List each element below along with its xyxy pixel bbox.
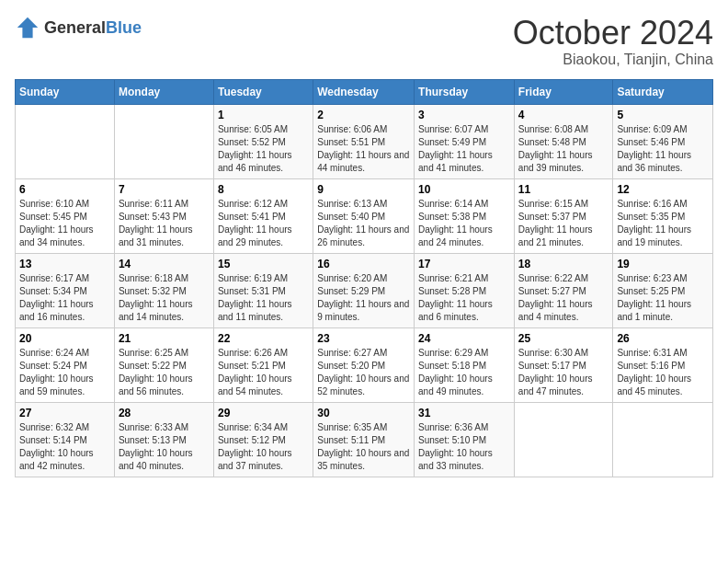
day-info: Sunrise: 6:14 AMSunset: 5:38 PMDaylight:… [418, 199, 493, 247]
calendar-cell: 16 Sunrise: 6:20 AMSunset: 5:29 PMDaylig… [313, 253, 415, 327]
day-info: Sunrise: 6:21 AMSunset: 5:28 PMDaylight:… [418, 273, 493, 322]
calendar-cell: 11 Sunrise: 6:15 AMSunset: 5:37 PMDaylig… [514, 178, 613, 253]
day-info: Sunrise: 6:11 AMSunset: 5:43 PMDaylight:… [119, 199, 193, 247]
day-info: Sunrise: 6:36 AMSunset: 5:10 PMDaylight:… [418, 422, 493, 471]
calendar-cell: 6 Sunrise: 6:10 AMSunset: 5:45 PMDayligh… [16, 178, 115, 253]
calendar-cell: 26 Sunrise: 6:31 AMSunset: 5:16 PMDaylig… [613, 327, 713, 402]
calendar-cell: 15 Sunrise: 6:19 AMSunset: 5:31 PMDaylig… [213, 253, 313, 327]
day-info: Sunrise: 6:30 AMSunset: 5:17 PMDaylight:… [518, 348, 593, 396]
day-info: Sunrise: 6:18 AMSunset: 5:32 PMDaylight:… [119, 273, 193, 322]
calendar-cell: 20 Sunrise: 6:24 AMSunset: 5:24 PMDaylig… [16, 327, 115, 402]
day-number: 26 [617, 332, 709, 345]
day-number: 10 [418, 183, 510, 196]
calendar-cell: 2 Sunrise: 6:06 AMSunset: 5:51 PMDayligh… [313, 104, 415, 178]
calendar-cell: 7 Sunrise: 6:11 AMSunset: 5:43 PMDayligh… [114, 178, 213, 253]
day-number: 15 [218, 258, 309, 270]
day-number: 24 [418, 332, 510, 345]
day-info: Sunrise: 6:26 AMSunset: 5:21 PMDaylight:… [218, 348, 292, 396]
calendar-cell: 3 Sunrise: 6:07 AMSunset: 5:49 PMDayligh… [415, 104, 515, 178]
day-number: 4 [518, 109, 609, 121]
calendar-cell: 9 Sunrise: 6:13 AMSunset: 5:40 PMDayligh… [313, 178, 415, 253]
day-number: 17 [418, 258, 510, 270]
day-number: 3 [418, 109, 510, 121]
calendar-cell: 17 Sunrise: 6:21 AMSunset: 5:28 PMDaylig… [415, 253, 515, 327]
calendar-cell: 19 Sunrise: 6:23 AMSunset: 5:25 PMDaylig… [613, 253, 713, 327]
day-info: Sunrise: 6:32 AMSunset: 5:14 PMDaylight:… [19, 422, 94, 471]
calendar-cell [514, 402, 613, 477]
day-info: Sunrise: 6:20 AMSunset: 5:29 PMDaylight:… [317, 273, 409, 322]
day-number: 23 [317, 332, 410, 345]
calendar-week-1: 1 Sunrise: 6:05 AMSunset: 5:52 PMDayligh… [16, 104, 713, 178]
logo: GeneralBlue [15, 15, 142, 40]
day-info: Sunrise: 6:27 AMSunset: 5:20 PMDaylight:… [317, 348, 409, 396]
calendar-cell [613, 402, 713, 477]
day-number: 2 [317, 109, 410, 121]
calendar-cell: 24 Sunrise: 6:29 AMSunset: 5:18 PMDaylig… [415, 327, 515, 402]
calendar-week-5: 27 Sunrise: 6:32 AMSunset: 5:14 PMDaylig… [16, 402, 713, 477]
day-header-monday: Monday [114, 79, 213, 104]
day-number: 13 [19, 258, 110, 270]
calendar-week-2: 6 Sunrise: 6:10 AMSunset: 5:45 PMDayligh… [16, 178, 713, 253]
day-number: 18 [518, 258, 609, 270]
calendar-cell: 23 Sunrise: 6:27 AMSunset: 5:20 PMDaylig… [313, 327, 415, 402]
calendar-cell: 22 Sunrise: 6:26 AMSunset: 5:21 PMDaylig… [213, 327, 313, 402]
day-info: Sunrise: 6:31 AMSunset: 5:16 PMDaylight:… [617, 348, 691, 396]
day-number: 27 [19, 407, 110, 419]
calendar-cell: 25 Sunrise: 6:30 AMSunset: 5:17 PMDaylig… [514, 327, 613, 402]
title-block: October 2024 Biaokou, Tianjin, China [513, 15, 713, 68]
calendar-cell: 30 Sunrise: 6:35 AMSunset: 5:11 PMDaylig… [313, 402, 415, 477]
day-number: 8 [218, 183, 309, 196]
day-header-wednesday: Wednesday [313, 79, 415, 104]
day-number: 19 [617, 258, 709, 270]
day-number: 21 [119, 332, 210, 345]
day-info: Sunrise: 6:33 AMSunset: 5:13 PMDaylight:… [119, 422, 193, 471]
day-number: 29 [218, 407, 309, 419]
day-number: 22 [218, 332, 309, 345]
day-info: Sunrise: 6:25 AMSunset: 5:22 PMDaylight:… [119, 348, 193, 396]
calendar-cell: 8 Sunrise: 6:12 AMSunset: 5:41 PMDayligh… [213, 178, 313, 253]
day-info: Sunrise: 6:05 AMSunset: 5:52 PMDaylight:… [218, 124, 292, 173]
day-info: Sunrise: 6:07 AMSunset: 5:49 PMDaylight:… [418, 124, 493, 173]
day-number: 16 [317, 258, 410, 270]
calendar-week-4: 20 Sunrise: 6:24 AMSunset: 5:24 PMDaylig… [16, 327, 713, 402]
day-number: 28 [119, 407, 210, 419]
day-info: Sunrise: 6:29 AMSunset: 5:18 PMDaylight:… [418, 348, 493, 396]
day-info: Sunrise: 6:12 AMSunset: 5:41 PMDaylight:… [218, 199, 292, 247]
calendar-cell: 18 Sunrise: 6:22 AMSunset: 5:27 PMDaylig… [514, 253, 613, 327]
day-info: Sunrise: 6:15 AMSunset: 5:37 PMDaylight:… [518, 199, 593, 247]
day-number: 1 [218, 109, 309, 121]
calendar-cell [114, 104, 213, 178]
calendar-table: SundayMondayTuesdayWednesdayThursdayFrid… [15, 79, 713, 477]
calendar-cell: 27 Sunrise: 6:32 AMSunset: 5:14 PMDaylig… [16, 402, 115, 477]
svg-marker-0 [17, 17, 38, 38]
day-info: Sunrise: 6:10 AMSunset: 5:45 PMDaylight:… [19, 199, 94, 247]
day-number: 14 [119, 258, 210, 270]
day-info: Sunrise: 6:35 AMSunset: 5:11 PMDaylight:… [317, 422, 409, 471]
day-header-tuesday: Tuesday [213, 79, 313, 104]
day-info: Sunrise: 6:22 AMSunset: 5:27 PMDaylight:… [518, 273, 593, 322]
day-info: Sunrise: 6:08 AMSunset: 5:48 PMDaylight:… [518, 124, 593, 173]
day-number: 25 [518, 332, 609, 345]
day-number: 11 [518, 183, 609, 196]
calendar-week-3: 13 Sunrise: 6:17 AMSunset: 5:34 PMDaylig… [16, 253, 713, 327]
month-title: October 2024 [513, 15, 713, 52]
day-number: 6 [19, 183, 110, 196]
day-number: 31 [418, 407, 510, 419]
calendar-cell: 28 Sunrise: 6:33 AMSunset: 5:13 PMDaylig… [114, 402, 213, 477]
day-info: Sunrise: 6:17 AMSunset: 5:34 PMDaylight:… [19, 273, 94, 322]
calendar-cell: 31 Sunrise: 6:36 AMSunset: 5:10 PMDaylig… [415, 402, 515, 477]
day-number: 12 [617, 183, 709, 196]
calendar-cell: 21 Sunrise: 6:25 AMSunset: 5:22 PMDaylig… [114, 327, 213, 402]
day-header-saturday: Saturday [613, 79, 713, 104]
day-number: 20 [19, 332, 110, 345]
day-info: Sunrise: 6:23 AMSunset: 5:25 PMDaylight:… [617, 273, 691, 322]
day-info: Sunrise: 6:06 AMSunset: 5:51 PMDaylight:… [317, 124, 409, 173]
day-info: Sunrise: 6:09 AMSunset: 5:46 PMDaylight:… [617, 124, 691, 173]
calendar-cell: 10 Sunrise: 6:14 AMSunset: 5:38 PMDaylig… [415, 178, 515, 253]
day-number: 9 [317, 183, 410, 196]
day-number: 30 [317, 407, 410, 419]
calendar-header-row: SundayMondayTuesdayWednesdayThursdayFrid… [16, 79, 713, 104]
calendar-cell: 29 Sunrise: 6:34 AMSunset: 5:12 PMDaylig… [213, 402, 313, 477]
logo-icon [15, 15, 40, 40]
day-header-sunday: Sunday [16, 79, 115, 104]
